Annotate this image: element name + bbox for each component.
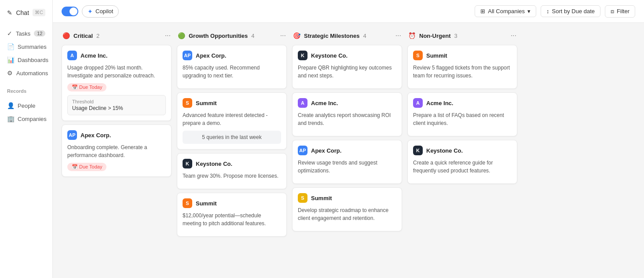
summit-g2-name: Summit (196, 200, 217, 207)
copilot-toggle-group: ✦ Copilot (62, 5, 119, 18)
automations-label: Automations (16, 70, 48, 77)
main-content: ✦ Copilot ⊞ All Companies ▾ ↕ Sort by Du… (53, 0, 644, 278)
acme-due-badge: 📅 Due Today (67, 83, 106, 91)
all-companies-button[interactable]: ⊞ All Companies ▾ (475, 5, 536, 17)
growth-header: 🟢 Growth Opportunities 4 ··· (177, 30, 287, 41)
header-controls: ⊞ All Companies ▾ ↕ Sort by Due date ⧈ F… (475, 5, 635, 18)
sidebar-item-tasks[interactable]: ✓ Tasks 12 (0, 27, 52, 40)
keystone-g-avatar: K (183, 159, 192, 168)
header: ✦ Copilot ⊞ All Companies ▾ ↕ Sort by Du… (53, 0, 644, 23)
card-summit-strategic: S Summit Develop strategic roadmap to en… (292, 187, 402, 231)
tasks-badge: 12 (34, 30, 45, 37)
acme-desc: Usage dropped 20% last month. Investigat… (67, 64, 166, 80)
sort-icon: ↕ (546, 8, 549, 15)
chat-shortcut: ⌘C (33, 9, 45, 16)
copilot-button[interactable]: ✦ Copilot (82, 5, 119, 18)
summit-g-avatar: S (183, 98, 192, 108)
card-company-acme-n: A Acme Inc. (413, 98, 512, 108)
acme-n-desc: Prepare a list of FAQs based on recent c… (413, 111, 512, 127)
companies-icon: 🏢 (7, 115, 14, 122)
dashboards-icon: 📊 (7, 56, 14, 63)
apex-desc: Onboarding complete. Generate a performa… (67, 143, 166, 159)
card-company-apex-g: AP Apex Corp. (183, 51, 281, 60)
critical-title: Critical (73, 33, 93, 39)
growth-menu[interactable]: ··· (280, 32, 286, 40)
critical-menu[interactable]: ··· (165, 32, 171, 40)
summit-n-name: Summit (426, 52, 447, 59)
dashboards-label: Dashboards (18, 57, 48, 63)
keystone-n-avatar: K (413, 146, 423, 155)
queries-box: 5 queries in the last week (183, 131, 281, 144)
keystone-g-desc: Team grew 30%. Propose more licenses. (183, 172, 281, 180)
sidebar-item-dashboards[interactable]: 📊 Dashboards (0, 53, 52, 66)
card-company-summit-n: S Summit (413, 51, 512, 60)
acme-s-avatar: A (298, 98, 307, 108)
chat-label: Chat (16, 9, 29, 16)
summit-s-avatar: S (298, 193, 307, 203)
card-summit-nonurgent: S Summit Review 5 flagged tickets from t… (407, 45, 517, 89)
card-company-apex-s: AP Apex Corp. (298, 146, 396, 155)
keystone-s-name: Keystone Co. (311, 52, 348, 59)
card-acme-critical: A Acme Inc. Usage dropped 20% last month… (62, 45, 172, 121)
acme-n-avatar: A (413, 98, 423, 108)
people-icon: 👤 (7, 102, 14, 109)
apex-s-desc: Review usage trends and suggest optimiza… (298, 159, 396, 175)
nonurgent-menu[interactable]: ··· (511, 32, 516, 40)
copilot-toggle-switch[interactable] (62, 7, 78, 16)
acme-s-name: Acme Inc. (311, 100, 338, 106)
sidebar-item-companies[interactable]: 🏢 Companies (0, 112, 52, 125)
sidebar-chat[interactable]: ✎ Chat ⌘C (0, 5, 52, 20)
card-company-keystone-n: K Keystone Co. (413, 146, 512, 155)
card-keystone-nonurgent: K Keystone Co. Create a quick reference … (407, 140, 517, 184)
critical-header: 🔴 Critical 2 ··· (62, 30, 172, 41)
nonurgent-icon: ⏰ (408, 32, 416, 39)
card-company-keystone-s: K Keystone Co. (298, 51, 396, 60)
column-strategic: 🎯 Strategic Milestones 4 ··· K Keystone … (292, 30, 402, 271)
keystone-g-name: Keystone Co. (196, 161, 232, 167)
automations-icon: ⚙ (7, 70, 13, 77)
apex-due-badge: 📅 Due Today (67, 163, 106, 171)
card-summit-growth: S Summit Advanced feature interest detec… (177, 92, 287, 150)
summit-n-desc: Review 5 flagged tickets from the suppor… (413, 64, 512, 80)
records-label: Records (0, 83, 52, 95)
acme-n-name: Acme Inc. (426, 100, 453, 106)
sidebar-item-summaries[interactable]: 📄 Summaries (0, 40, 52, 53)
strategic-menu[interactable]: ··· (395, 32, 401, 40)
chevron-down-icon: ▾ (527, 8, 531, 15)
summit-g2-avatar: S (183, 198, 192, 208)
nonurgent-header: ⏰ Non-Urgent 3 ··· (407, 30, 517, 41)
tasks-label: Tasks (16, 30, 30, 37)
companies-grid-icon: ⊞ (480, 8, 485, 15)
summit-g-desc: Advanced feature interest detected - pre… (183, 111, 281, 127)
growth-title: Growth Opportunities (189, 33, 248, 39)
filter-button[interactable]: ⧈ Filter (605, 5, 635, 18)
apex-s-name: Apex Corp. (311, 147, 341, 154)
sidebar-item-people[interactable]: 👤 People (0, 99, 52, 112)
keystone-s-desc: Prepare QBR highlighting key outcomes an… (298, 64, 396, 80)
filter-icon: ⧈ (611, 8, 614, 15)
threshold-value: Usage Decline > 15% (72, 105, 161, 111)
records-section: 👤 People 🏢 Companies (0, 95, 52, 129)
card-company-acme-s: A Acme Inc. (298, 98, 396, 108)
sidebar-item-automations[interactable]: ⚙ Automations (0, 66, 52, 80)
column-critical: 🔴 Critical 2 ··· A Acme Inc. Usage dropp… (62, 30, 172, 271)
sort-button[interactable]: ↕ Sort by Due date (541, 5, 600, 17)
card-acme-nonurgent: A Acme Inc. Prepare a list of FAQs based… (407, 92, 517, 136)
filter-label: Filter (617, 8, 629, 15)
chat-icon: ✎ (7, 9, 12, 16)
summit-s-desc: Develop strategic roadmap to enhance cli… (298, 206, 396, 222)
acme-avatar: A (67, 51, 77, 60)
companies-label: Companies (18, 116, 47, 122)
strategic-count: 4 (363, 33, 366, 39)
critical-count: 2 (96, 33, 99, 39)
apex-s-avatar: AP (298, 146, 307, 155)
card-summit-growth2: S Summit $12,000/year potential—schedule… (177, 193, 287, 237)
card-company-summit-s: S Summit (298, 193, 396, 203)
keystone-n-desc: Create a quick reference guide for frequ… (413, 159, 512, 175)
growth-icon: 🟢 (178, 32, 185, 39)
nav-section: ✓ Tasks 12 📄 Summaries 📊 Dashboards ⚙ Au… (0, 23, 52, 83)
acme-s-desc: Create analytics report showcasing ROI a… (298, 111, 396, 127)
people-label: People (18, 102, 35, 109)
acme-threshold: Threshold Usage Decline > 15% (67, 95, 166, 115)
sidebar: ✎ Chat ⌘C ✓ Tasks 12 📄 Summaries 📊 Dashb… (0, 0, 53, 278)
